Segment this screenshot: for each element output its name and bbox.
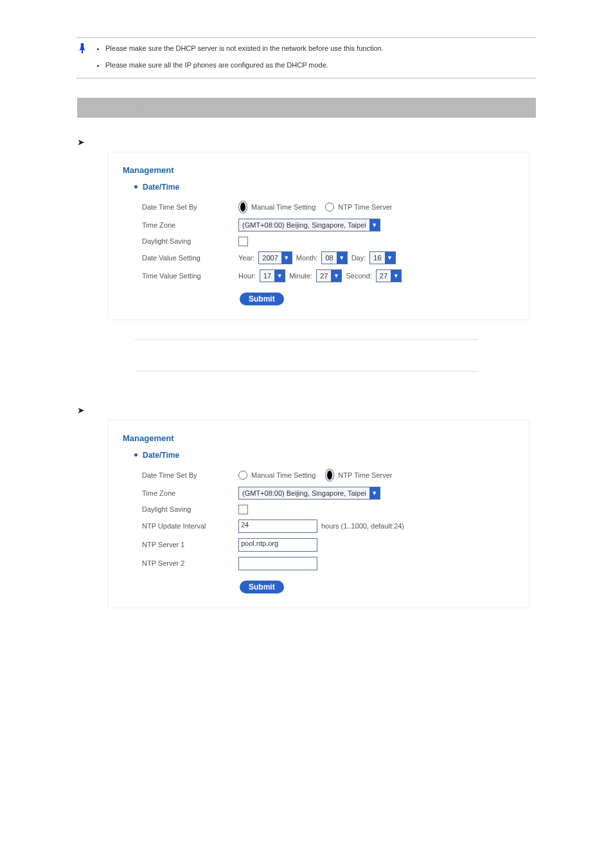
radio-manual-label: Manual Time Setting	[251, 203, 315, 211]
page-root: Please make sure the DHCP server is not …	[0, 0, 613, 647]
panel-title: Management	[123, 433, 515, 443]
label-tz: Time Zone	[142, 221, 238, 229]
select-year[interactable]: 2007▼	[258, 251, 292, 264]
radio-ntp-label: NTP Time Server	[338, 471, 392, 479]
row-ds: Daylight Saving	[142, 505, 515, 514]
label-set-by: Date Time Set By	[142, 471, 238, 479]
label-tz: Time Zone	[142, 489, 238, 497]
tip-item: Please make sure the DHCP server is not …	[105, 44, 536, 52]
input-server1[interactable]: pool.ntp.org	[238, 538, 317, 552]
section-banner: 3.3.4. Management	[77, 98, 536, 118]
checkbox-daylight[interactable]	[238, 505, 248, 514]
subsection-head: ➤ NTP Time Server	[77, 405, 536, 416]
label-set-by: Date Time Set By	[142, 203, 238, 211]
panel-sub: Date/Time	[143, 183, 179, 192]
row-set-by: Date Time Set By Manual Time Setting NTP…	[142, 469, 515, 482]
day-label: Day:	[351, 254, 366, 262]
submit-button[interactable]: Submit	[240, 581, 284, 593]
row-interval: NTP Update Interval 24 hours (1..1000, d…	[142, 520, 515, 533]
row-date: Date Value Setting Year: 2007▼ Month: 08…	[142, 251, 515, 264]
divider	[135, 371, 478, 372]
radio-ntp[interactable]	[325, 203, 334, 212]
row-tz: Time Zone (GMT+08:00) Beijing, Singapore…	[142, 219, 515, 231]
input-server2[interactable]	[238, 557, 317, 570]
year-value: 2007	[259, 254, 281, 262]
chevron-down-icon: ▼	[385, 252, 395, 264]
chevron-down-icon: ▼	[391, 270, 401, 282]
row-ds: Daylight Saving	[142, 237, 515, 246]
tip-item: Please make sure all the IP phones are c…	[105, 61, 536, 69]
second-label: Second:	[346, 272, 371, 280]
chevron-down-icon: ▼	[331, 270, 341, 282]
minute-label: Minute:	[289, 272, 312, 280]
subsection-text: Date/Time	[94, 137, 126, 145]
row-time: Time Value Setting Hour: 17▼ Minute: 27▼…	[142, 269, 515, 282]
chevron-down-icon: ▼	[274, 270, 285, 282]
radio-manual-label: Manual Time Setting	[251, 471, 315, 479]
radio-ntp-label: NTP Time Server	[338, 203, 392, 211]
chevron-down-icon: ▼	[369, 487, 380, 499]
select-minute[interactable]: 27▼	[316, 269, 342, 282]
radio-manual[interactable]	[238, 471, 247, 480]
checkbox-daylight[interactable]	[238, 237, 248, 246]
select-hour[interactable]: 17▼	[260, 269, 285, 282]
subsection-text: NTP Time Server	[94, 405, 148, 413]
panel-manual: Management Date/Time Date Time Set By Ma…	[108, 152, 529, 320]
row-tz: Time Zone (GMT+08:00) Beijing, Singapore…	[142, 487, 515, 500]
chevron-down-icon: ▼	[337, 252, 347, 264]
inter-text: If press NTP Time Server, it will show t…	[77, 348, 536, 363]
label-server2: NTP Server 2	[142, 559, 238, 567]
hour-label: Hour:	[238, 272, 256, 280]
panel-sub: Date/Time	[143, 451, 179, 460]
day-value: 16	[370, 254, 384, 262]
panel-subhead: Date/Time	[134, 451, 515, 460]
radio-ntp[interactable]	[325, 469, 334, 482]
select-month[interactable]: 08▼	[321, 251, 347, 264]
panel-title: Management	[123, 165, 515, 175]
arrow-icon: ➤	[77, 405, 87, 416]
chevron-down-icon: ▼	[281, 252, 292, 264]
radio-manual[interactable]	[238, 201, 247, 213]
panel-subhead: Date/Time	[134, 183, 515, 192]
month-value: 08	[322, 254, 336, 262]
select-timezone-value: (GMT+08:00) Beijing, Singapore, Taipei	[239, 221, 369, 229]
arrow-icon: ➤	[77, 137, 87, 148]
tips-body: Please make sure the DHCP server is not …	[89, 42, 536, 71]
label-time: Time Value Setting	[142, 272, 238, 280]
select-timezone[interactable]: (GMT+08:00) Beijing, Singapore, Taipei ▼	[238, 487, 380, 500]
divider	[77, 37, 536, 38]
label-ds: Daylight Saving	[142, 237, 238, 245]
month-label: Month:	[296, 254, 318, 262]
bullet-icon	[134, 453, 138, 457]
tips-list: Please make sure the DHCP server is not …	[105, 44, 536, 52]
label-server1: NTP Server 1	[142, 541, 238, 548]
select-timezone[interactable]: (GMT+08:00) Beijing, Singapore, Taipei ▼	[238, 219, 380, 231]
select-timezone-value: (GMT+08:00) Beijing, Singapore, Taipei	[239, 489, 369, 497]
select-second[interactable]: 27▼	[376, 269, 402, 282]
year-label: Year:	[238, 254, 254, 262]
second-value: 27	[377, 272, 391, 280]
row-set-by: Date Time Set By Manual Time Setting NTP…	[142, 201, 515, 213]
minute-value: 27	[317, 272, 331, 280]
hour-value: 17	[260, 272, 274, 280]
chevron-down-icon: ▼	[369, 219, 380, 231]
submit-button[interactable]: Submit	[240, 293, 284, 305]
interval-hint: hours (1..1000, default:24)	[321, 522, 404, 530]
select-day[interactable]: 16▼	[369, 251, 395, 264]
label-ds: Daylight Saving	[142, 505, 238, 513]
row-server2: NTP Server 2	[142, 557, 515, 570]
tips-block: Please make sure the DHCP server is not …	[77, 42, 536, 71]
divider	[77, 78, 536, 78]
row-server1: NTP Server 1 pool.ntp.org	[142, 538, 515, 552]
input-interval[interactable]: 24	[238, 520, 317, 533]
label-date: Date Value Setting	[142, 254, 238, 262]
svg-rect-0	[82, 50, 83, 53]
divider	[135, 339, 478, 340]
bullet-icon	[134, 185, 138, 188]
pin-icon	[77, 42, 87, 55]
panel-ntp: Management Date/Time Date Time Set By Ma…	[108, 420, 529, 608]
subsection-head: ➤ Date/Time	[77, 137, 536, 148]
tips-list: Please make sure all the IP phones are c…	[105, 61, 536, 69]
label-interval: NTP Update Interval	[142, 522, 238, 530]
